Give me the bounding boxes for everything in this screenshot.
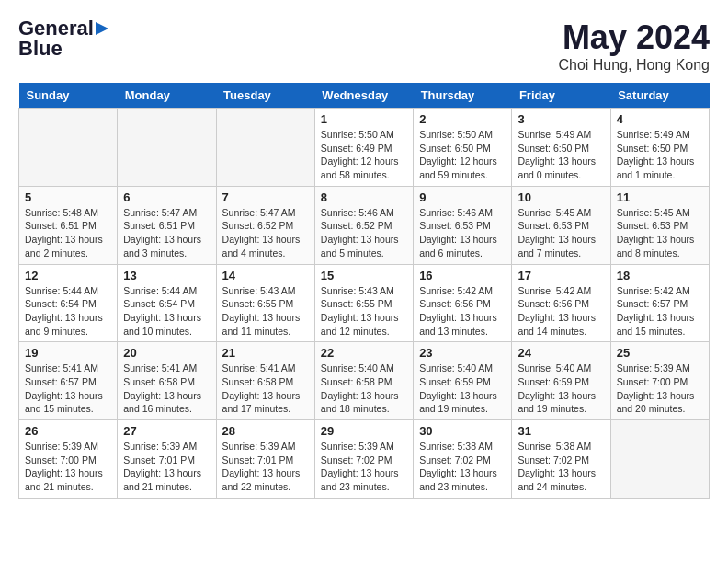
day-number: 18 bbox=[617, 269, 703, 282]
day-cell: 21Sunrise: 5:41 AMSunset: 6:58 PMDayligh… bbox=[216, 342, 314, 420]
logo-text-general: General bbox=[18, 18, 94, 39]
day-cell: 10Sunrise: 5:45 AMSunset: 6:53 PMDayligh… bbox=[512, 186, 610, 264]
day-info: Sunrise: 5:38 AMSunset: 7:02 PMDaylight:… bbox=[419, 440, 506, 494]
day-cell: 25Sunrise: 5:39 AMSunset: 7:00 PMDayligh… bbox=[610, 342, 709, 420]
day-info: Sunrise: 5:42 AMSunset: 6:56 PMDaylight:… bbox=[419, 284, 506, 339]
col-header-monday: Monday bbox=[118, 83, 216, 109]
day-cell: 6Sunrise: 5:47 AMSunset: 6:51 PMDaylight… bbox=[118, 186, 216, 264]
day-cell: 24Sunrise: 5:40 AMSunset: 6:59 PMDayligh… bbox=[512, 342, 610, 420]
day-cell: 19Sunrise: 5:41 AMSunset: 6:57 PMDayligh… bbox=[19, 342, 118, 420]
day-number: 8 bbox=[321, 190, 407, 204]
logo-text-blue: Blue bbox=[18, 39, 63, 59]
day-info: Sunrise: 5:41 AMSunset: 6:58 PMDaylight:… bbox=[123, 362, 210, 416]
day-number: 13 bbox=[123, 269, 210, 282]
month-title: May 2024 bbox=[558, 18, 710, 57]
day-number: 17 bbox=[518, 269, 604, 282]
day-info: Sunrise: 5:44 AMSunset: 6:54 PMDaylight:… bbox=[25, 284, 111, 339]
day-cell bbox=[610, 420, 709, 499]
day-info: Sunrise: 5:43 AMSunset: 6:55 PMDaylight:… bbox=[321, 284, 407, 339]
day-number: 4 bbox=[617, 112, 703, 126]
day-cell: 3Sunrise: 5:49 AMSunset: 6:50 PMDaylight… bbox=[512, 109, 610, 187]
col-header-saturday: Saturday bbox=[610, 83, 709, 109]
day-cell: 20Sunrise: 5:41 AMSunset: 6:58 PMDayligh… bbox=[118, 342, 216, 420]
day-number: 30 bbox=[419, 424, 506, 438]
day-info: Sunrise: 5:47 AMSunset: 6:52 PMDaylight:… bbox=[222, 206, 309, 260]
day-cell: 11Sunrise: 5:45 AMSunset: 6:53 PMDayligh… bbox=[610, 186, 709, 264]
day-info: Sunrise: 5:40 AMSunset: 6:59 PMDaylight:… bbox=[419, 362, 506, 416]
day-number: 25 bbox=[617, 346, 703, 360]
day-number: 24 bbox=[518, 346, 604, 360]
svg-marker-0 bbox=[96, 22, 108, 35]
day-cell: 14Sunrise: 5:43 AMSunset: 6:55 PMDayligh… bbox=[216, 264, 314, 342]
day-info: Sunrise: 5:41 AMSunset: 6:58 PMDaylight:… bbox=[222, 362, 309, 416]
day-info: Sunrise: 5:40 AMSunset: 6:59 PMDaylight:… bbox=[518, 362, 604, 416]
day-number: 29 bbox=[321, 424, 407, 438]
day-number: 15 bbox=[321, 269, 407, 282]
day-number: 10 bbox=[518, 190, 604, 204]
day-cell bbox=[216, 109, 314, 187]
header-row: SundayMondayTuesdayWednesdayThursdayFrid… bbox=[19, 83, 710, 109]
day-info: Sunrise: 5:39 AMSunset: 7:00 PMDaylight:… bbox=[617, 362, 703, 416]
day-info: Sunrise: 5:44 AMSunset: 6:54 PMDaylight:… bbox=[123, 284, 210, 339]
day-cell: 30Sunrise: 5:38 AMSunset: 7:02 PMDayligh… bbox=[414, 420, 512, 499]
day-info: Sunrise: 5:39 AMSunset: 7:01 PMDaylight:… bbox=[222, 440, 309, 494]
day-cell bbox=[19, 109, 118, 187]
col-header-thursday: Thursday bbox=[414, 83, 512, 109]
day-cell: 15Sunrise: 5:43 AMSunset: 6:55 PMDayligh… bbox=[314, 264, 413, 342]
day-number: 21 bbox=[222, 346, 309, 360]
day-number: 27 bbox=[123, 424, 210, 438]
week-row-1: 1Sunrise: 5:50 AMSunset: 6:49 PMDaylight… bbox=[19, 109, 710, 187]
week-row-2: 5Sunrise: 5:48 AMSunset: 6:51 PMDaylight… bbox=[19, 186, 710, 264]
day-info: Sunrise: 5:43 AMSunset: 6:55 PMDaylight:… bbox=[222, 284, 309, 339]
day-cell: 8Sunrise: 5:46 AMSunset: 6:52 PMDaylight… bbox=[314, 186, 413, 264]
week-row-3: 12Sunrise: 5:44 AMSunset: 6:54 PMDayligh… bbox=[19, 264, 710, 342]
day-info: Sunrise: 5:47 AMSunset: 6:51 PMDaylight:… bbox=[123, 206, 210, 260]
day-info: Sunrise: 5:40 AMSunset: 6:58 PMDaylight:… bbox=[321, 362, 407, 416]
col-header-sunday: Sunday bbox=[19, 83, 118, 109]
day-info: Sunrise: 5:46 AMSunset: 6:52 PMDaylight:… bbox=[321, 206, 407, 260]
day-number: 11 bbox=[617, 190, 703, 204]
day-number: 3 bbox=[518, 112, 604, 126]
day-cell: 2Sunrise: 5:50 AMSunset: 6:50 PMDaylight… bbox=[414, 109, 512, 187]
day-cell: 18Sunrise: 5:42 AMSunset: 6:57 PMDayligh… bbox=[610, 264, 709, 342]
day-cell: 13Sunrise: 5:44 AMSunset: 6:54 PMDayligh… bbox=[118, 264, 216, 342]
location: Choi Hung, Hong Kong bbox=[558, 57, 710, 74]
col-header-wednesday: Wednesday bbox=[314, 83, 413, 109]
day-number: 6 bbox=[123, 190, 210, 204]
col-header-friday: Friday bbox=[512, 83, 610, 109]
day-cell: 28Sunrise: 5:39 AMSunset: 7:01 PMDayligh… bbox=[216, 420, 314, 499]
day-cell bbox=[118, 109, 216, 187]
day-number: 16 bbox=[419, 269, 506, 282]
day-cell: 7Sunrise: 5:47 AMSunset: 6:52 PMDaylight… bbox=[216, 186, 314, 264]
week-row-5: 26Sunrise: 5:39 AMSunset: 7:00 PMDayligh… bbox=[19, 420, 710, 499]
day-info: Sunrise: 5:41 AMSunset: 6:57 PMDaylight:… bbox=[25, 362, 111, 416]
day-number: 31 bbox=[518, 424, 604, 438]
day-cell: 23Sunrise: 5:40 AMSunset: 6:59 PMDayligh… bbox=[414, 342, 512, 420]
page-header: General Blue May 2024 Choi Hung, Hong Ko… bbox=[18, 18, 710, 74]
day-cell: 16Sunrise: 5:42 AMSunset: 6:56 PMDayligh… bbox=[414, 264, 512, 342]
day-cell: 4Sunrise: 5:49 AMSunset: 6:50 PMDaylight… bbox=[610, 109, 709, 187]
day-info: Sunrise: 5:49 AMSunset: 6:50 PMDaylight:… bbox=[617, 128, 703, 182]
day-cell: 29Sunrise: 5:39 AMSunset: 7:02 PMDayligh… bbox=[314, 420, 413, 499]
day-number: 7 bbox=[222, 190, 309, 204]
day-cell: 26Sunrise: 5:39 AMSunset: 7:00 PMDayligh… bbox=[19, 420, 118, 499]
day-number: 5 bbox=[25, 190, 111, 204]
day-info: Sunrise: 5:49 AMSunset: 6:50 PMDaylight:… bbox=[518, 128, 604, 182]
day-info: Sunrise: 5:42 AMSunset: 6:57 PMDaylight:… bbox=[617, 284, 703, 339]
day-info: Sunrise: 5:45 AMSunset: 6:53 PMDaylight:… bbox=[518, 206, 604, 260]
day-info: Sunrise: 5:48 AMSunset: 6:51 PMDaylight:… bbox=[25, 206, 111, 260]
day-info: Sunrise: 5:38 AMSunset: 7:02 PMDaylight:… bbox=[518, 440, 604, 494]
day-info: Sunrise: 5:45 AMSunset: 6:53 PMDaylight:… bbox=[617, 206, 703, 260]
day-number: 14 bbox=[222, 269, 309, 282]
day-cell: 17Sunrise: 5:42 AMSunset: 6:56 PMDayligh… bbox=[512, 264, 610, 342]
logo: General Blue bbox=[18, 18, 110, 59]
day-number: 2 bbox=[419, 112, 506, 126]
title-section: May 2024 Choi Hung, Hong Kong bbox=[558, 18, 710, 74]
day-number: 26 bbox=[25, 424, 111, 438]
day-info: Sunrise: 5:42 AMSunset: 6:56 PMDaylight:… bbox=[518, 284, 604, 339]
week-row-4: 19Sunrise: 5:41 AMSunset: 6:57 PMDayligh… bbox=[19, 342, 710, 420]
day-cell: 27Sunrise: 5:39 AMSunset: 7:01 PMDayligh… bbox=[118, 420, 216, 499]
day-info: Sunrise: 5:39 AMSunset: 7:00 PMDaylight:… bbox=[25, 440, 111, 494]
day-cell: 12Sunrise: 5:44 AMSunset: 6:54 PMDayligh… bbox=[19, 264, 118, 342]
day-number: 19 bbox=[25, 346, 111, 360]
